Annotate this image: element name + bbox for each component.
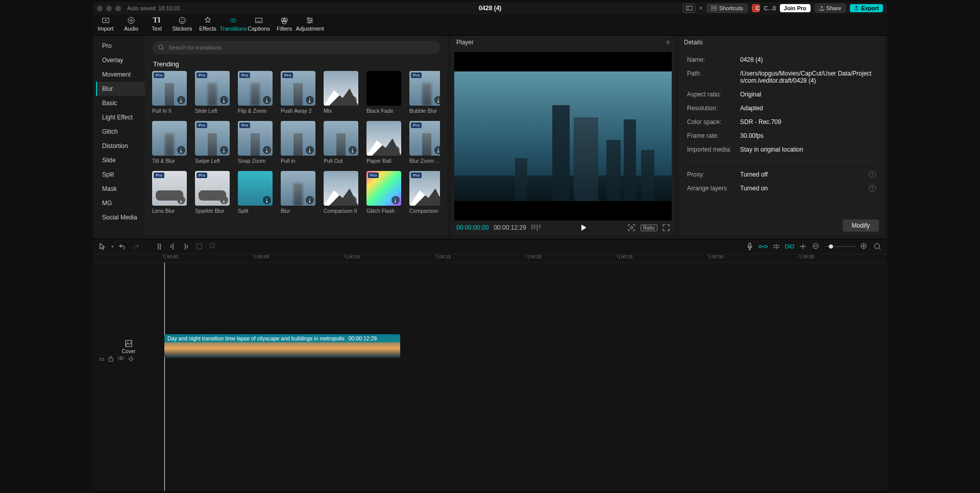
lock-icon[interactable] (108, 356, 113, 362)
category-movement[interactable]: Movement (96, 67, 145, 82)
layout-toggle[interactable] (683, 4, 695, 13)
eye-icon[interactable] (117, 356, 125, 362)
transition-item[interactable]: ⭳Mix (324, 71, 358, 114)
window-controls[interactable] (97, 6, 121, 11)
category-overlay[interactable]: Overlay (96, 53, 145, 67)
download-icon[interactable]: ⭳ (434, 146, 440, 154)
player-preview[interactable] (454, 52, 672, 220)
category-social-media[interactable]: Social Media (96, 210, 145, 225)
microphone-icon[interactable] (745, 242, 754, 251)
preview-mark-icon[interactable] (798, 242, 807, 251)
transition-item[interactable]: Pro⭳Blur Zoom Out (409, 121, 440, 164)
download-icon[interactable]: ⭳ (434, 196, 440, 204)
transition-item[interactable]: Pro⭳Sparkle Blur (195, 171, 230, 214)
transition-item[interactable]: Pro⭳Slide Left (195, 71, 230, 114)
download-icon[interactable]: ⭳ (263, 196, 271, 204)
redo-button[interactable] (131, 242, 140, 251)
download-icon[interactable]: ⭳ (220, 96, 228, 104)
trim-right-tool[interactable] (181, 242, 190, 251)
player-menu-icon[interactable]: ≡ (666, 39, 670, 46)
transition-item[interactable]: ⭳Comparison II (324, 171, 358, 214)
undo-button[interactable] (118, 242, 127, 251)
fullscreen-icon[interactable] (663, 224, 670, 231)
tab-captions[interactable]: Captions (246, 14, 272, 32)
tab-transitions[interactable]: Transitions (220, 14, 246, 32)
transition-item[interactable]: ⭳Tilt & Blur (152, 121, 187, 164)
close-window[interactable] (97, 6, 103, 11)
category-slide[interactable]: Slide (96, 153, 145, 167)
zoom-in-icon[interactable] (860, 242, 869, 251)
selection-tool[interactable] (194, 242, 204, 251)
modify-button[interactable]: Modify (843, 219, 879, 232)
split-tool[interactable] (155, 242, 164, 251)
maximize-window[interactable] (115, 6, 121, 11)
download-icon[interactable]: ⭳ (263, 96, 271, 104)
minimize-window[interactable] (106, 6, 112, 11)
download-icon[interactable]: ⭳ (434, 96, 440, 104)
transition-item[interactable]: Pro⭳Flip & Zoom (238, 71, 273, 114)
transition-item[interactable]: ⭳Pull in (281, 121, 315, 164)
aspect-toggle-icon[interactable]: ▭ (99, 356, 104, 362)
pointer-tool[interactable] (98, 242, 107, 251)
search-field[interactable] (152, 41, 440, 54)
category-mg[interactable]: MG (96, 196, 145, 210)
download-icon[interactable]: ⭳ (263, 146, 271, 154)
transition-item[interactable]: ⭳Paper Ball (366, 121, 401, 164)
playhead[interactable] (164, 263, 165, 491)
export-button[interactable]: Export (850, 4, 883, 12)
transition-item[interactable]: Pro⭳Glitch Flash (366, 171, 401, 214)
zoom-slider[interactable] (825, 242, 855, 251)
shortcuts-button[interactable]: Shortcuts (706, 4, 747, 13)
tab-adjustment[interactable]: Adjustment (297, 14, 323, 32)
play-button[interactable] (581, 225, 586, 231)
download-icon[interactable]: ⭳ (349, 96, 357, 104)
share-button[interactable]: Share (815, 4, 846, 13)
download-icon[interactable]: ⭳ (177, 196, 185, 204)
scale-icon[interactable] (627, 224, 635, 232)
download-icon[interactable]: ⭳ (349, 196, 357, 204)
tab-stickers[interactable]: Stickers (169, 14, 195, 32)
category-distortion[interactable]: Distortion (96, 139, 145, 153)
video-clip[interactable]: Day and night transition time lapse of c… (164, 334, 400, 358)
tab-filters[interactable]: Filters (272, 14, 297, 32)
download-icon[interactable]: ⭳ (391, 196, 400, 204)
join-pro-button[interactable]: Join Pro (780, 4, 811, 12)
magnet-main-icon[interactable] (758, 242, 768, 251)
ratio-button[interactable]: Ratio (641, 225, 657, 231)
transition-item[interactable]: ⭳Pull Out (324, 121, 358, 164)
search-input[interactable] (168, 44, 434, 51)
download-icon[interactable]: ⭳ (220, 196, 228, 204)
category-light-effect[interactable]: Light Effect (96, 110, 145, 125)
zoom-fit-icon[interactable] (873, 242, 882, 251)
transition-item[interactable]: ⭳Split (238, 171, 273, 214)
tab-import[interactable]: Import (93, 14, 118, 32)
category-glitch[interactable]: Glitch (96, 125, 145, 139)
snap-align-icon[interactable] (772, 242, 781, 251)
transition-item[interactable]: Black Fade (366, 71, 401, 114)
download-icon[interactable]: ⭳ (177, 146, 185, 154)
info-icon[interactable]: ? (869, 185, 876, 192)
tab-effects[interactable]: Effects (195, 14, 220, 32)
transition-item[interactable]: Pro⭳Lens Blur (152, 171, 187, 214)
transition-item[interactable]: Pro⭳Swipe Left (195, 121, 230, 164)
download-icon[interactable]: ⭳ (349, 146, 357, 154)
trim-left-tool[interactable] (168, 242, 177, 251)
download-icon[interactable]: ⭳ (220, 146, 228, 154)
timeline-tracks[interactable]: Day and night transition time lapse of c… (144, 263, 887, 491)
transition-item[interactable]: Pro⭳Pull In II (152, 71, 187, 114)
transition-item[interactable]: Pro⭳Snap Zoom (238, 121, 273, 164)
link-clips-icon[interactable] (785, 242, 794, 251)
info-icon[interactable]: ? (869, 171, 876, 178)
speaker-icon[interactable] (129, 356, 135, 362)
tab-text[interactable]: TIText (144, 14, 169, 32)
transition-item[interactable]: ⭳Blur (281, 171, 315, 214)
download-icon[interactable]: ⭳ (177, 96, 185, 104)
category-split[interactable]: Split (96, 167, 145, 182)
transition-item[interactable]: Pro⭳Push Away 2 (281, 71, 315, 114)
user-avatar[interactable]: C (752, 4, 760, 12)
download-icon[interactable]: ⭳ (306, 196, 314, 204)
category-basic[interactable]: Basic (96, 96, 145, 110)
download-icon[interactable]: ⭳ (391, 146, 400, 154)
download-icon[interactable]: ⭳ (306, 96, 314, 104)
marker-tool[interactable] (208, 242, 217, 251)
